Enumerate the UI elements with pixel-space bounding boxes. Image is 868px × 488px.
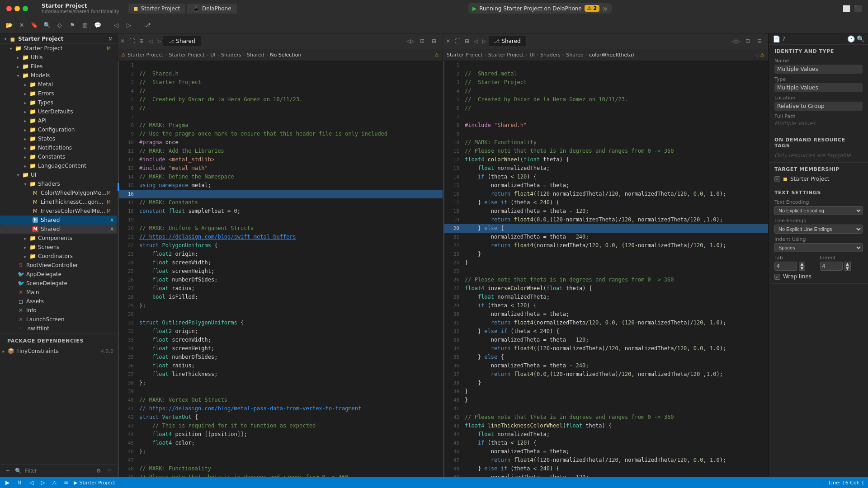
sidebar-item-assets[interactable]: ◻ Assets	[0, 297, 117, 306]
sidebar-settings-btn[interactable]: ⚙	[94, 466, 103, 475]
editor-tab-shared-metal[interactable]: ⎇ Shared	[489, 36, 527, 46]
editor-tab-fwd-right[interactable]: ▷	[481, 38, 488, 44]
sidebar-item-userdefaults[interactable]: 📁 UserDefaults	[0, 107, 117, 116]
inspector-history-icon[interactable]: 🕐	[847, 35, 855, 42]
inspector-indent-up[interactable]: ▲	[844, 262, 851, 266]
sidebar-item-tinyconstraints[interactable]: 📦 TinyConstraints 4.0.2	[0, 347, 117, 356]
bc-right-1[interactable]: Starter Project	[447, 52, 482, 58]
editor-tab-back-left[interactable]: ◁	[146, 38, 154, 44]
sidebar-item-shaders[interactable]: 📁 Shaders	[0, 179, 117, 188]
bc-left-2[interactable]: Starter Project	[169, 52, 205, 58]
sidebar-item-screens[interactable]: 📁 Screens	[0, 243, 117, 252]
inspector-lineendings-select[interactable]: No Explicit Line Endings	[774, 225, 863, 234]
editor-content-left[interactable]: 1 2// Shared.h 3// Starter Project 4// 5…	[118, 61, 443, 477]
editor-layout-left[interactable]: ⊟	[429, 36, 439, 46]
branch-icon[interactable]: ⎇	[142, 20, 153, 31]
bc-left-6[interactable]: No Selection	[270, 52, 301, 58]
sidebar-item-files[interactable]: 📁 Files	[0, 62, 117, 71]
sidebar-item-main[interactable]: ✕ Main	[0, 288, 117, 297]
sidebar-item-inversecolorwheel[interactable]: M InverseColorWheelMetalShader M	[0, 206, 117, 216]
statusbar-fwd-item[interactable]: ▷	[39, 479, 47, 486]
sidebar-item-utils[interactable]: 📁 Utils	[0, 53, 117, 62]
sidebar-item-starter-project[interactable]: 📁 Starter Project M	[0, 44, 117, 53]
inspector-encoding-select[interactable]: No Explicit Encoding	[774, 206, 863, 215]
sidebar-item-launchscreen[interactable]: ✕ LaunchScreen	[0, 315, 117, 324]
folder-open-icon[interactable]: 📂	[4, 20, 14, 31]
sidebar-toggle-icon[interactable]: ⬜	[843, 5, 850, 12]
editor-related-right[interactable]: ◁▷	[731, 36, 741, 46]
diamond-icon[interactable]: ◇	[54, 20, 65, 31]
statusbar-back-item[interactable]: ◁	[28, 479, 35, 486]
inspector-tab-up[interactable]: ▲	[799, 262, 805, 266]
editor-canvas-right[interactable]: ⊡	[743, 36, 753, 46]
bc-right-3[interactable]: UI	[529, 52, 534, 58]
inspector-tab-down[interactable]: ▼	[799, 266, 805, 271]
bc-left-1[interactable]: Starter Project	[127, 52, 163, 58]
sidebar-item-info[interactable]: ✕ Info	[0, 306, 117, 315]
editor-tab-shared-h[interactable]: ⎇ Shared	[163, 36, 201, 46]
sidebar-item-components[interactable]: 📁 Components	[0, 234, 117, 243]
sidebar-item-shared-metal[interactable]: M Shared A	[0, 225, 117, 234]
inspector-toggle-icon[interactable]: ⬛	[854, 5, 862, 12]
inspector-location-value[interactable]: Relative to Group	[774, 102, 863, 111]
sidebar-sort-btn[interactable]: ≡	[105, 466, 113, 475]
editor-tab-fwd-left[interactable]: ▷	[155, 38, 163, 44]
editor-tab-close-left[interactable]: ✕	[118, 38, 127, 44]
inspector-tab-input[interactable]	[774, 262, 797, 271]
statusbar-pause-item[interactable]: ⏸	[15, 479, 24, 486]
bookmark-icon[interactable]: 🔖	[29, 20, 40, 31]
sidebar-item-ui[interactable]: 📁 UI	[0, 170, 117, 179]
inspector-search-icon[interactable]: 🔍	[857, 35, 864, 42]
grid-icon[interactable]: ▦	[80, 20, 90, 31]
inspector-wrap-checkbox[interactable]: ✓	[774, 274, 780, 280]
sidebar-item-api[interactable]: 📁 API	[0, 116, 117, 125]
inspector-help-icon[interactable]: ?	[782, 35, 785, 42]
editor-tab-back-right[interactable]: ◁	[472, 38, 480, 44]
sidebar-item-notifications[interactable]: 📁 Notifications	[0, 143, 117, 152]
sidebar-item-metal[interactable]: 📁 Metal	[0, 80, 117, 89]
minimize-btn[interactable]	[14, 6, 20, 11]
sidebar-item-appdelegate[interactable]: 🐦 AppDelegate	[0, 270, 117, 279]
tab-delaphone[interactable]: 📱 DelaPhone	[187, 4, 236, 14]
sidebar-project-arrow[interactable]	[2, 35, 9, 42]
flag-icon[interactable]: ⚑	[67, 20, 78, 31]
sidebar-item-models[interactable]: 📁 Models	[0, 71, 117, 80]
back-icon[interactable]: ◁	[111, 20, 122, 31]
sidebar-item-shared-h[interactable]: h Shared A	[0, 216, 117, 225]
inspector-target-row[interactable]: ✓ ◼ Starter Project	[774, 176, 863, 182]
sidebar-item-linethickness[interactable]: M LineThicknessC...gonMetalShader M	[0, 197, 117, 206]
sidebar-item-swiftlint[interactable]: · .swiftlint	[0, 324, 117, 333]
bc-left-4[interactable]: Shaders	[221, 52, 241, 58]
editor-related-files-left[interactable]: ◁▷	[406, 36, 415, 46]
inspector-name-value[interactable]: Multiple Values	[774, 65, 863, 74]
sidebar-item-colorwheel[interactable]: M ColorWheelPolygonMetalShader M	[0, 188, 117, 197]
inspector-indent-select[interactable]: Spaces	[774, 243, 863, 252]
bc-right-4[interactable]: Shaders	[540, 52, 561, 58]
add-item-btn[interactable]: +	[4, 466, 12, 475]
inspector-wrap-row[interactable]: ✓ Wrap lines	[774, 273, 863, 280]
bc-right-5[interactable]: Shared	[566, 52, 584, 58]
filter-input[interactable]	[25, 468, 93, 474]
bc-right-6[interactable]: colorWheel(theta)	[589, 52, 634, 58]
sidebar-item-languagecontent[interactable]: 📁 LanguageContent	[0, 161, 117, 170]
close-btn[interactable]	[6, 6, 12, 11]
sidebar-item-constants[interactable]: 📁 Constants	[0, 152, 117, 161]
inspector-tab-stepper[interactable]: ▲ ▼	[799, 262, 805, 271]
bc-right-2[interactable]: Starter Project	[488, 52, 524, 58]
sidebar-item-scenedelegate[interactable]: 🐦 SceneDelegate	[0, 279, 117, 288]
editor-tab-grid-left[interactable]: ⊞	[137, 38, 146, 44]
maximize-btn[interactable]	[23, 6, 28, 11]
inspector-target-checkbox[interactable]: ✓	[774, 176, 780, 182]
sidebar-item-coordinators[interactable]: 📁 Coordinators	[0, 252, 117, 261]
sidebar-item-rootvc[interactable]: S RootViewController	[0, 261, 117, 270]
search-icon[interactable]: 🔍	[42, 20, 52, 31]
statusbar-run-item[interactable]: ▶	[4, 479, 11, 486]
filter-icon[interactable]: 🔍	[14, 466, 23, 475]
editor-tab-grid-right[interactable]: ⊞	[463, 38, 471, 44]
inspector-file-icon[interactable]: 📄	[773, 35, 780, 42]
editor-tab-close-right[interactable]: ✕	[443, 38, 453, 44]
statusbar-up-item[interactable]: △	[51, 479, 58, 486]
editor-layout-right[interactable]: ⊟	[755, 36, 764, 46]
forward-icon[interactable]: ▷	[123, 20, 134, 31]
sidebar-item-configuration[interactable]: 📁 Configuration	[0, 125, 117, 134]
